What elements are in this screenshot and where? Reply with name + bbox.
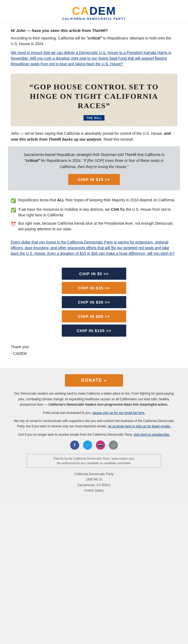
- facebook-icon[interactable]: f: [70, 441, 79, 450]
- chip-in-35-button[interactable]: CHIP IN $35 >>: [62, 296, 126, 308]
- intro-heading: Hi John — have you seen this article fro…: [11, 28, 177, 33]
- header: CADEM CALIFORNIA DEMOCRATIC PARTY: [0, 0, 188, 23]
- checkmark-icon-1: ✅: [11, 198, 16, 204]
- email-wrapper: CADEM CALIFORNIA DEMOCRATIC PARTY Hi Joh…: [0, 0, 188, 501]
- logo-subtitle: CALIFORNIA DEMOCRATIC PARTY: [11, 17, 177, 20]
- checkmark-icon-2: ✅: [11, 207, 16, 213]
- excerpt-text: Sacramento-based Republican strategist R…: [16, 152, 172, 170]
- instagram-icon[interactable]: 📷: [96, 441, 105, 450]
- footer-address: California Democratic Party 1830 9th St …: [11, 471, 177, 493]
- logo: CADEM: [11, 5, 177, 17]
- address-line2: 1830 9th St: [86, 478, 102, 481]
- signup-email-list-link[interactable]: please sign up for our email list here.: [92, 411, 145, 415]
- fewer-emails-link[interactable]: let us know here to sign up for fewer em…: [108, 424, 171, 428]
- paid-for-line2: Not authorized by any candidate or candi…: [57, 461, 131, 465]
- excerpt-btn-wrap: CHIP IN $15 >>: [16, 174, 172, 185]
- body-content: Hi John — have you seen this article fro…: [0, 23, 188, 74]
- footer-unsubscribe-text: And if you no longer wish to receive ema…: [11, 432, 177, 437]
- logo-ca: CA: [72, 5, 89, 17]
- chip-in-5-button[interactable]: CHIP IN $5 >>: [62, 268, 126, 280]
- paid-for-line1: Paid for by the California Democratic Pa…: [54, 457, 135, 460]
- analysis-text: John — we've been saying that California…: [0, 130, 188, 143]
- address-line4: United States: [84, 489, 104, 492]
- bullet-item-1: ✅ Republicans know that ALL their hopes …: [11, 197, 177, 204]
- logo-dem: DEM: [89, 5, 116, 17]
- bullet-text-2: If we have the resources to mobilize in …: [18, 207, 177, 218]
- bullet-section: ✅ Republicans know that ALL their hopes …: [0, 195, 188, 237]
- chip-in-15-button[interactable]: CHIP IN $15 >>: [62, 282, 126, 294]
- intro-paragraph: According to their reporting, California…: [11, 35, 177, 47]
- clock-icon: ⏰: [11, 221, 16, 227]
- footer-donate-button[interactable]: DONATE »: [65, 374, 123, 387]
- signoff: Thank you! - CADEM: [0, 339, 188, 365]
- the-hill-badge: THE HILL: [84, 115, 104, 121]
- excerpt-box: Sacramento-based Republican strategist R…: [8, 146, 180, 190]
- cta-paragraph: Every dollar that you invest in the Cali…: [0, 237, 188, 265]
- footer-paragraph-1: Our Democratic leaders are working hard …: [11, 391, 177, 407]
- bullet-item-2: ✅ If we have the resources to mobilize i…: [11, 207, 177, 218]
- address-line1: California Democratic Party: [74, 472, 114, 476]
- donation-buttons-section: CHIP IN $5 >> CHIP IN $15 >> CHIP IN $35…: [0, 265, 188, 339]
- social-icons-row: f 🐦 📷 🔗: [11, 441, 177, 450]
- bullet-text-1: Republicans know that ALL their hopes of…: [18, 197, 175, 203]
- link-icon[interactable]: 🔗: [109, 441, 118, 450]
- signoff-thanks: Thank you!: [11, 344, 177, 350]
- bullet-item-3: ⏰ But right now, because California tren…: [11, 221, 177, 232]
- footer-forwarded-text: If this email was forwarded to you, plea…: [11, 410, 177, 416]
- unsubscribe-link[interactable]: click here to unsubscribe.: [133, 433, 170, 436]
- bullet-text-3: But right now, because California trends…: [18, 221, 177, 232]
- twitter-icon[interactable]: 🐦: [83, 441, 92, 450]
- chip-in-55-button[interactable]: CHIP IN $55 >>: [62, 310, 126, 322]
- chip-in-105-button[interactable]: CHIP IN $105 >>: [62, 325, 126, 337]
- cta-link-main[interactable]: Every dollar that you invest in the Cali…: [11, 239, 177, 256]
- paid-for-box: Paid for by the California Democratic Pa…: [27, 454, 161, 468]
- footer-rely-text: We rely on email to communicate with sup…: [11, 418, 177, 429]
- address-line3: Sacramento, CA 95811: [77, 483, 111, 487]
- signoff-name: - CADEM: [11, 350, 177, 357]
- chip-in-15-excerpt-button[interactable]: CHIP IN $15 >>: [68, 174, 120, 185]
- quote-image-box: “GOP HOUSE CONTROL SET TO HINGE ON TIGHT…: [11, 74, 177, 126]
- footer-section: DONATE » Our Democratic leaders are work…: [0, 368, 188, 501]
- quote-headline: “GOP HOUSE CONTROL SET TO HINGE ON TIGHT…: [16, 82, 172, 110]
- intro-cta-link[interactable]: We need to ensure that we can deliver a …: [11, 50, 177, 67]
